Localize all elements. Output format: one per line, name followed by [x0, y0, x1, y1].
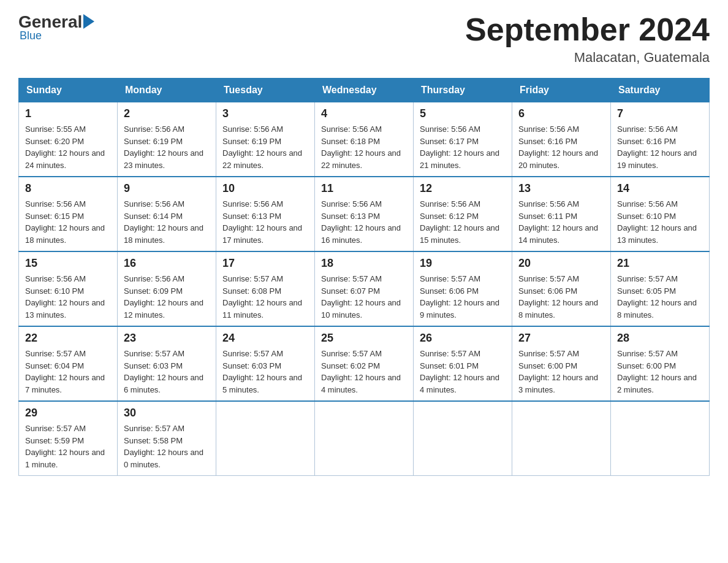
day-info: Sunrise: 5:57 AMSunset: 6:05 PMDaylight:… [617, 273, 703, 321]
daylight-text: Daylight: 12 hours and 18 minutes. [124, 223, 203, 245]
daylight-text: Daylight: 12 hours and 1 minute. [25, 448, 105, 469]
table-row: 24Sunrise: 5:57 AMSunset: 6:03 PMDayligh… [216, 326, 315, 401]
table-row: 27Sunrise: 5:57 AMSunset: 6:00 PMDayligh… [512, 326, 611, 401]
page-header: General Blue September 2024 Malacatan, G… [18, 12, 710, 66]
sunrise-text: Sunrise: 5:57 AM [617, 274, 678, 283]
daylight-text: Daylight: 12 hours and 13 minutes. [25, 298, 105, 320]
calendar-week-row: 8Sunrise: 5:56 AMSunset: 6:15 PMDaylight… [19, 177, 710, 251]
sunset-text: Sunset: 6:20 PM [25, 137, 84, 146]
daylight-text: Daylight: 12 hours and 13 minutes. [617, 223, 697, 245]
day-number: 29 [25, 407, 111, 419]
daylight-text: Daylight: 12 hours and 16 minutes. [321, 223, 401, 245]
daylight-text: Daylight: 12 hours and 17 minutes. [222, 223, 302, 245]
sunrise-text: Sunrise: 5:56 AM [518, 199, 579, 209]
sunrise-text: Sunrise: 5:56 AM [124, 124, 184, 134]
location: Malacatan, Guatemala [465, 50, 710, 66]
day-info: Sunrise: 5:56 AMSunset: 6:16 PMDaylight:… [518, 123, 604, 171]
table-row: 22Sunrise: 5:57 AMSunset: 6:04 PMDayligh… [19, 326, 118, 401]
day-info: Sunrise: 5:57 AMSunset: 6:06 PMDaylight:… [420, 273, 506, 321]
day-info: Sunrise: 5:57 AMSunset: 6:07 PMDaylight:… [321, 273, 407, 321]
sunrise-text: Sunrise: 5:57 AM [617, 349, 678, 358]
daylight-text: Daylight: 12 hours and 10 minutes. [321, 298, 401, 320]
table-row: 26Sunrise: 5:57 AMSunset: 6:01 PMDayligh… [414, 326, 512, 401]
table-row [315, 401, 414, 476]
day-number: 8 [25, 182, 111, 195]
day-info: Sunrise: 5:57 AMSunset: 5:58 PMDaylight:… [124, 423, 210, 470]
sunrise-text: Sunrise: 5:56 AM [124, 199, 184, 209]
sunrise-text: Sunrise: 5:56 AM [124, 274, 184, 283]
day-info: Sunrise: 5:56 AMSunset: 6:16 PMDaylight:… [617, 123, 703, 171]
sunset-text: Sunset: 6:03 PM [124, 361, 183, 370]
sunrise-text: Sunrise: 5:56 AM [518, 124, 579, 134]
table-row: 17Sunrise: 5:57 AMSunset: 6:08 PMDayligh… [216, 251, 315, 326]
day-info: Sunrise: 5:57 AMSunset: 6:04 PMDaylight:… [25, 348, 111, 396]
table-row: 23Sunrise: 5:57 AMSunset: 6:03 PMDayligh… [118, 326, 216, 401]
table-row [414, 401, 512, 476]
table-row: 4Sunrise: 5:56 AMSunset: 6:18 PMDaylight… [315, 102, 414, 177]
day-number: 19 [420, 257, 506, 270]
day-info: Sunrise: 5:56 AMSunset: 6:14 PMDaylight:… [124, 198, 210, 246]
col-sunday: Sunday [19, 79, 118, 102]
table-row: 19Sunrise: 5:57 AMSunset: 6:06 PMDayligh… [414, 251, 512, 326]
sunrise-text: Sunrise: 5:56 AM [617, 199, 678, 209]
day-number: 23 [124, 332, 210, 345]
sunrise-text: Sunrise: 5:56 AM [25, 274, 86, 283]
day-info: Sunrise: 5:55 AMSunset: 6:20 PMDaylight:… [25, 123, 111, 171]
calendar-table: Sunday Monday Tuesday Wednesday Thursday… [18, 78, 710, 476]
sunset-text: Sunset: 6:11 PM [518, 212, 577, 221]
sunset-text: Sunset: 5:58 PM [124, 436, 183, 445]
sunset-text: Sunset: 6:18 PM [321, 137, 380, 146]
day-number: 26 [420, 332, 506, 345]
daylight-text: Daylight: 12 hours and 2 minutes. [617, 373, 697, 394]
sunset-text: Sunset: 6:00 PM [617, 361, 676, 370]
daylight-text: Daylight: 12 hours and 18 minutes. [25, 223, 105, 245]
sunset-text: Sunset: 6:13 PM [321, 212, 380, 221]
calendar-week-row: 1Sunrise: 5:55 AMSunset: 6:20 PMDaylight… [19, 102, 710, 177]
day-number: 9 [124, 182, 210, 195]
day-number: 15 [25, 257, 111, 270]
day-info: Sunrise: 5:57 AMSunset: 6:08 PMDaylight:… [222, 273, 308, 321]
sunrise-text: Sunrise: 5:56 AM [420, 124, 480, 134]
table-row: 20Sunrise: 5:57 AMSunset: 6:06 PMDayligh… [512, 251, 611, 326]
sunrise-text: Sunrise: 5:57 AM [25, 424, 86, 433]
logo: General Blue [18, 12, 94, 42]
daylight-text: Daylight: 12 hours and 12 minutes. [124, 298, 203, 320]
day-info: Sunrise: 5:57 AMSunset: 5:59 PMDaylight:… [25, 423, 111, 470]
daylight-text: Daylight: 12 hours and 15 minutes. [420, 223, 499, 245]
daylight-text: Daylight: 12 hours and 22 minutes. [222, 148, 302, 170]
logo-subtitle: Blue [20, 29, 42, 42]
day-number: 4 [321, 107, 407, 120]
sunrise-text: Sunrise: 5:57 AM [518, 274, 579, 283]
day-number: 1 [25, 107, 111, 120]
sunrise-text: Sunrise: 5:57 AM [124, 349, 184, 358]
day-info: Sunrise: 5:56 AMSunset: 6:12 PMDaylight:… [420, 198, 506, 246]
sunset-text: Sunset: 6:01 PM [420, 361, 479, 370]
sunrise-text: Sunrise: 5:57 AM [222, 349, 283, 358]
day-number: 21 [617, 257, 703, 270]
day-number: 3 [222, 107, 308, 120]
day-info: Sunrise: 5:56 AMSunset: 6:17 PMDaylight:… [420, 123, 506, 171]
day-info: Sunrise: 5:57 AMSunset: 6:06 PMDaylight:… [518, 273, 604, 321]
day-number: 22 [25, 332, 111, 345]
sunset-text: Sunset: 6:08 PM [222, 286, 281, 296]
day-number: 25 [321, 332, 407, 345]
day-number: 12 [420, 182, 506, 195]
sunset-text: Sunset: 6:15 PM [25, 212, 84, 221]
day-number: 24 [222, 332, 308, 345]
table-row: 28Sunrise: 5:57 AMSunset: 6:00 PMDayligh… [611, 326, 710, 401]
sunset-text: Sunset: 6:14 PM [124, 212, 183, 221]
day-number: 30 [124, 407, 210, 419]
day-info: Sunrise: 5:56 AMSunset: 6:10 PMDaylight:… [617, 198, 703, 246]
sunset-text: Sunset: 6:07 PM [321, 286, 380, 296]
sunrise-text: Sunrise: 5:56 AM [321, 124, 382, 134]
daylight-text: Daylight: 12 hours and 8 minutes. [518, 298, 598, 320]
day-info: Sunrise: 5:57 AMSunset: 6:03 PMDaylight:… [124, 348, 210, 396]
day-info: Sunrise: 5:56 AMSunset: 6:19 PMDaylight:… [124, 123, 210, 171]
sunrise-text: Sunrise: 5:57 AM [124, 424, 184, 433]
daylight-text: Daylight: 12 hours and 4 minutes. [321, 373, 401, 394]
col-friday: Friday [512, 79, 611, 102]
calendar-header-row: Sunday Monday Tuesday Wednesday Thursday… [19, 79, 710, 102]
day-info: Sunrise: 5:56 AMSunset: 6:19 PMDaylight:… [222, 123, 308, 171]
day-number: 16 [124, 257, 210, 270]
daylight-text: Daylight: 12 hours and 3 minutes. [518, 373, 598, 394]
